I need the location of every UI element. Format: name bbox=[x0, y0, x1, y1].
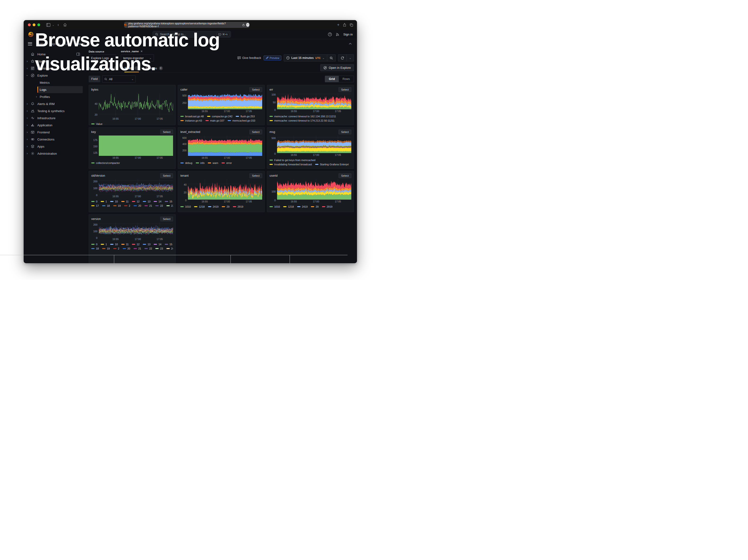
chevron-right-icon[interactable]: › bbox=[24, 145, 31, 148]
legend-item[interactable]: 21 bbox=[144, 204, 152, 207]
legend-item[interactable]: 2 bbox=[124, 204, 130, 207]
legend-item[interactable]: error bbox=[221, 162, 232, 164]
legend-item[interactable]: Value bbox=[91, 122, 102, 125]
chevron-right-icon[interactable]: › bbox=[24, 116, 31, 120]
sidebar-item-infrastructure[interactable]: ›Infrastructure bbox=[24, 114, 83, 121]
legend-item[interactable]: 2419 bbox=[297, 205, 308, 208]
legend-item[interactable]: 0 bbox=[91, 243, 97, 246]
chevron-right-icon[interactable]: › bbox=[24, 131, 31, 134]
legend-item[interactable]: memcached.go:153 bbox=[228, 119, 255, 122]
legend-item[interactable]: 24 bbox=[166, 247, 173, 250]
legend-item[interactable]: broadcast.go:48 bbox=[180, 115, 204, 118]
sidebar-item-administration[interactable]: ›Administration bbox=[24, 150, 83, 157]
legend-item[interactable]: 23 bbox=[155, 247, 163, 250]
sidebar-item-starred[interactable]: ›Starred bbox=[24, 58, 83, 65]
legend-item[interactable]: main.go:107 bbox=[206, 119, 225, 122]
legend-item[interactable]: 2 bbox=[113, 247, 119, 250]
sidebar-item-dashboards[interactable]: ›Dashboards bbox=[24, 65, 83, 72]
legend-item[interactable]: 29 bbox=[222, 205, 229, 208]
legend-item[interactable]: 14 bbox=[154, 200, 161, 203]
sign-in-link[interactable]: Sign in bbox=[343, 33, 353, 36]
legend-item[interactable]: 1218 bbox=[283, 205, 294, 208]
legend-item[interactable]: 12 bbox=[132, 243, 139, 246]
select-button[interactable]: Select bbox=[338, 130, 351, 134]
tab-patterns[interactable]: Patterns8 bbox=[145, 64, 163, 72]
layout-toggle-grid[interactable]: Grid bbox=[325, 76, 339, 82]
chart-err[interactable] bbox=[277, 93, 351, 109]
sidebar-toggle-icon[interactable] bbox=[46, 23, 50, 27]
legend-item[interactable]: flush.go:253 bbox=[236, 115, 255, 118]
legend-item[interactable]: 20 bbox=[134, 204, 141, 207]
chart-level_extracted[interactable] bbox=[188, 136, 262, 156]
back-icon[interactable]: ‹ bbox=[57, 22, 59, 27]
legend-item[interactable]: 12 bbox=[132, 200, 139, 203]
new-tab-icon[interactable]: + bbox=[337, 22, 340, 27]
legend-item[interactable]: 13 bbox=[143, 200, 150, 203]
chart-caller[interactable] bbox=[188, 93, 262, 109]
legend-item[interactable]: 13 bbox=[143, 243, 150, 246]
sidebar-item-profiles[interactable]: ›Profiles bbox=[24, 93, 83, 100]
chevron-right-icon[interactable]: › bbox=[24, 138, 31, 141]
select-button[interactable]: Select bbox=[250, 173, 262, 178]
chart-bytes[interactable] bbox=[99, 93, 173, 117]
legend-item[interactable]: 1010 bbox=[270, 205, 280, 208]
chart-oldVersion[interactable] bbox=[99, 179, 173, 194]
legend-item[interactable]: 22 bbox=[155, 204, 163, 207]
legend-item[interactable]: memcache: connect timeout to 174.213.22.… bbox=[270, 119, 334, 122]
menu-toggle-icon[interactable] bbox=[28, 41, 32, 46]
legend-item[interactable]: 1 bbox=[101, 243, 107, 246]
chevron-right-icon[interactable]: › bbox=[24, 123, 31, 127]
chevron-right-icon[interactable]: › bbox=[24, 60, 31, 63]
chevron-down-icon[interactable]: › bbox=[24, 74, 31, 77]
service-name-select[interactable]: tempo-ingester⌄ bbox=[121, 54, 154, 62]
legend-item[interactable]: 21 bbox=[134, 247, 141, 250]
grafana-logo[interactable] bbox=[28, 31, 34, 37]
chevron-right-icon[interactable]: › bbox=[24, 102, 31, 106]
time-range-picker[interactable]: Last 15 minutes UTC ⌄ bbox=[284, 55, 327, 61]
legend-item[interactable]: warn bbox=[208, 162, 218, 164]
legend-item[interactable]: 1 bbox=[101, 200, 107, 203]
breadcrumb-item-explore[interactable]: Explore bbox=[50, 42, 60, 46]
refresh-button[interactable] bbox=[338, 55, 347, 61]
sidebar-item-application[interactable]: ›Application bbox=[24, 121, 83, 129]
legend-item[interactable]: 10 bbox=[110, 200, 118, 203]
select-button[interactable]: Select bbox=[160, 217, 173, 221]
sidebar-item-explore[interactable]: ›Explore bbox=[24, 72, 83, 79]
chart-userid[interactable] bbox=[277, 179, 351, 200]
sidebar-item-frontend[interactable]: ›Frontend bbox=[24, 129, 83, 136]
sidebar-item-connections[interactable]: ›Connections bbox=[24, 136, 83, 143]
chevron-right-icon[interactable]: › bbox=[24, 109, 31, 113]
chevron-right-icon[interactable]: › bbox=[24, 67, 31, 70]
sidebar-item-home[interactable]: Home bbox=[24, 51, 83, 58]
sidebar-item-apps[interactable]: ›Apps bbox=[24, 143, 83, 150]
tabs-copy-icon[interactable] bbox=[350, 23, 353, 27]
legend-item[interactable]: 11 bbox=[121, 243, 128, 246]
layout-toggle-rows[interactable]: Rows bbox=[339, 76, 354, 82]
legend-item[interactable]: memcache: connect timeout to 162.134.158… bbox=[270, 115, 336, 118]
datasource-select[interactable]: Explore Logs⌄ bbox=[89, 54, 116, 62]
address-bar[interactable]: play.grafana.org/a/grafana-lokiexplore-a… bbox=[124, 22, 250, 28]
chart-tenant[interactable] bbox=[188, 179, 262, 200]
tab-logs[interactable]: Logs bbox=[89, 64, 96, 72]
chart-key[interactable] bbox=[99, 136, 173, 156]
legend-item[interactable]: 2419 bbox=[208, 205, 218, 208]
legend-item[interactable]: 15 bbox=[165, 243, 172, 246]
give-feedback-link[interactable]: Give feedback bbox=[237, 56, 261, 60]
tab-labels[interactable]: Labels bbox=[102, 64, 118, 72]
legend-item[interactable]: 14 bbox=[154, 243, 161, 246]
minimize-window-button[interactable] bbox=[32, 23, 36, 26]
legend-item[interactable]: 23 bbox=[166, 204, 173, 207]
share-icon[interactable] bbox=[343, 23, 346, 27]
select-button[interactable]: Select bbox=[250, 87, 262, 92]
sidebar-item-alerts-irm[interactable]: ›Alerts & IRM bbox=[24, 100, 83, 107]
open-in-explore-button[interactable]: Open in Explore bbox=[320, 64, 354, 71]
legend-item[interactable]: 20 bbox=[123, 247, 130, 250]
refresh-interval-chevron[interactable]: ⌄ bbox=[347, 55, 354, 61]
legend-item[interactable]: 22 bbox=[144, 247, 152, 250]
select-button[interactable]: Select bbox=[160, 130, 173, 134]
panel-right-icon[interactable] bbox=[76, 52, 80, 56]
legend-item[interactable]: Invalidating forwarded broadcast bbox=[270, 163, 312, 166]
collapse-header-chevron-icon[interactable] bbox=[349, 43, 352, 45]
tab-fields[interactable]: Fields bbox=[124, 64, 139, 72]
legend-item[interactable]: 11 bbox=[121, 200, 128, 203]
